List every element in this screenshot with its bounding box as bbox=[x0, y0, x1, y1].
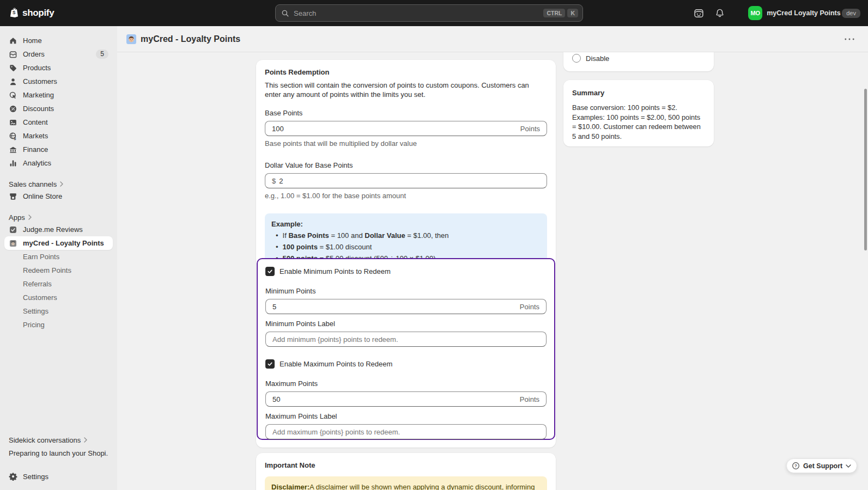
minimum-points-fieldwrap: Points bbox=[265, 299, 547, 314]
svg-text:$: $ bbox=[14, 136, 16, 140]
sidebar-subitem-pricing[interactable]: Pricing bbox=[4, 318, 113, 332]
sidebar-item-label: Finance bbox=[23, 145, 48, 154]
sales-channels-header[interactable]: Sales channels bbox=[4, 179, 113, 189]
search-icon bbox=[281, 9, 289, 17]
sidebar-item-discounts[interactable]: Discounts bbox=[4, 102, 113, 115]
maximum-points-label-label: Maximum Points Label bbox=[265, 412, 547, 421]
maximum-points-label-fieldwrap bbox=[265, 424, 547, 439]
maximum-points-fieldwrap: Points bbox=[265, 391, 547, 407]
page-actions-menu[interactable] bbox=[842, 32, 857, 47]
points-suffix: Points bbox=[520, 395, 546, 403]
minimum-points-label: Minimum Points bbox=[265, 287, 547, 296]
avatar: MO bbox=[748, 6, 762, 20]
sidebar-subitem-customers[interactable]: Customers bbox=[4, 291, 113, 304]
sidebar-item-home[interactable]: Home bbox=[4, 34, 113, 47]
sidebar-item-products[interactable]: Products bbox=[4, 61, 113, 75]
sidebar-item-label: Marketing bbox=[23, 91, 54, 99]
section-title: Points Redemption bbox=[265, 68, 547, 77]
dollar-value-help: e.g., 1.00 = $1.00 for the base points a… bbox=[265, 192, 547, 200]
orders-icon bbox=[9, 50, 17, 59]
sidebar-item-marketing[interactable]: Marketing bbox=[4, 88, 113, 102]
sidekick-conversation-item[interactable]: Preparing to launch your Shopi... bbox=[9, 449, 108, 457]
sidekick-conversations-header[interactable]: Sidekick conversations bbox=[9, 434, 108, 446]
svg-text:S: S bbox=[13, 10, 16, 15]
base-points-label: Base Points bbox=[265, 109, 547, 118]
sidebar-item-finance[interactable]: Finance bbox=[4, 143, 113, 156]
sidebar-item-judgeme[interactable]: Judge.me Reviews bbox=[4, 223, 113, 236]
checkbox-checked-icon[interactable] bbox=[265, 267, 275, 276]
sidebar-item-label: Home bbox=[23, 36, 42, 45]
shopify-bag-icon: S bbox=[9, 7, 19, 19]
tag-icon bbox=[9, 64, 17, 72]
enable-max-points-checkbox-row[interactable]: Enable Maximum Points to Redeem bbox=[265, 359, 547, 369]
shopify-wordmark: shopify bbox=[22, 8, 54, 19]
enable-min-points-label: Enable Minimum Points to Redeem bbox=[280, 267, 391, 275]
radio-unchecked-icon[interactable] bbox=[572, 54, 581, 63]
bullet-dot: • bbox=[276, 231, 278, 240]
sidebar-footer: Sidekick conversations Preparing to laun… bbox=[0, 434, 117, 490]
apps-header[interactable]: Apps bbox=[4, 212, 113, 223]
sidebar-item-mycred[interactable]: myCred - Loyalty Points bbox=[4, 236, 113, 250]
maximum-points-label-input[interactable] bbox=[266, 425, 546, 439]
ellipsis-icon bbox=[845, 38, 854, 40]
sidebar-subitem-settings[interactable]: Settings bbox=[4, 304, 113, 318]
store-menu[interactable]: MO myCred Loyalty Points (D... dev bbox=[746, 5, 863, 21]
min-max-highlighted-section: Enable Minimum Points to Redeem Minimum … bbox=[257, 258, 555, 440]
example-bullet: •100 points = $1.00 discount bbox=[271, 243, 541, 252]
get-support-button[interactable]: ? Get Support bbox=[786, 458, 857, 473]
minimum-points-input[interactable] bbox=[266, 299, 520, 314]
sidebar-item-customers[interactable]: Customers bbox=[4, 75, 113, 88]
sidebar-item-label: Judge.me Reviews bbox=[23, 225, 83, 234]
content-icon bbox=[9, 118, 17, 127]
points-suffix: Points bbox=[520, 125, 547, 133]
example-title: Example: bbox=[271, 219, 541, 229]
maximum-points-input[interactable] bbox=[266, 392, 520, 406]
sidebar-item-analytics[interactable]: Analytics bbox=[4, 156, 113, 170]
base-points-input[interactable] bbox=[265, 121, 520, 136]
minimum-points-label-fieldwrap bbox=[265, 332, 547, 347]
summary-card: Summary Base conversion: 100 points = $2… bbox=[563, 80, 714, 146]
checkbox-checked-icon[interactable] bbox=[265, 359, 275, 369]
disclaimer-text: A disclaimer will be shown when applying… bbox=[309, 483, 535, 490]
enable-min-points-checkbox-row[interactable]: Enable Minimum Points to Redeem bbox=[265, 266, 547, 276]
sidebar-item-settings[interactable]: Settings bbox=[4, 469, 113, 483]
disable-option-label: Disable bbox=[586, 54, 609, 63]
sidekick-button[interactable] bbox=[691, 5, 706, 21]
bullet-dot: • bbox=[276, 243, 278, 252]
shortcut-key-k: K bbox=[567, 9, 578, 18]
notifications-button[interactable] bbox=[712, 5, 727, 21]
sidebar-item-orders[interactable]: Orders 5 bbox=[4, 47, 113, 61]
sidebar-item-label: Customers bbox=[23, 77, 57, 85]
search-input[interactable]: Search CTRL K bbox=[275, 4, 583, 22]
shortcut-key-ctrl: CTRL bbox=[543, 9, 565, 18]
points-suffix: Points bbox=[520, 303, 546, 311]
sidebar-item-label: Orders bbox=[23, 50, 45, 58]
sidebar-item-markets[interactable]: $ Markets bbox=[4, 129, 113, 143]
summary-title: Summary bbox=[572, 88, 705, 98]
person-icon bbox=[9, 77, 17, 86]
sidebar-item-online-store[interactable]: Online Store bbox=[4, 189, 113, 203]
dollar-value-input[interactable] bbox=[276, 174, 547, 188]
sidebar-item-label: Discounts bbox=[23, 105, 54, 113]
dollar-value-label: Dollar Value for Base Points bbox=[265, 161, 547, 170]
disable-radio-row[interactable]: Disable bbox=[572, 54, 609, 63]
judgeme-app-icon bbox=[9, 225, 17, 234]
env-badge: dev bbox=[842, 9, 860, 18]
main-content: myCred - Loyalty Points Points Redemptio… bbox=[117, 26, 868, 490]
sidebar-subitem-earn-points[interactable]: Earn Points bbox=[4, 250, 113, 264]
sidekick-icon bbox=[694, 8, 704, 19]
important-note-title: Important Note bbox=[265, 461, 547, 470]
sidebar-subitem-redeem-points[interactable]: Redeem Points bbox=[4, 264, 113, 277]
gear-icon bbox=[9, 472, 17, 481]
scrollbar-thumb[interactable] bbox=[864, 89, 867, 250]
marketing-icon bbox=[9, 91, 17, 100]
shopify-logo[interactable]: S shopify bbox=[9, 7, 54, 19]
base-points-fieldwrap: Points bbox=[265, 121, 547, 136]
sidebar-item-label: Content bbox=[23, 118, 48, 126]
minimum-points-label-input[interactable] bbox=[266, 332, 546, 346]
page-title: myCred - Loyalty Points bbox=[126, 34, 240, 44]
mycred-app-icon bbox=[9, 239, 17, 248]
sidebar-subitem-referrals[interactable]: Referrals bbox=[4, 277, 113, 291]
svg-text:?: ? bbox=[794, 463, 797, 468]
sidebar-item-content[interactable]: Content bbox=[4, 115, 113, 129]
